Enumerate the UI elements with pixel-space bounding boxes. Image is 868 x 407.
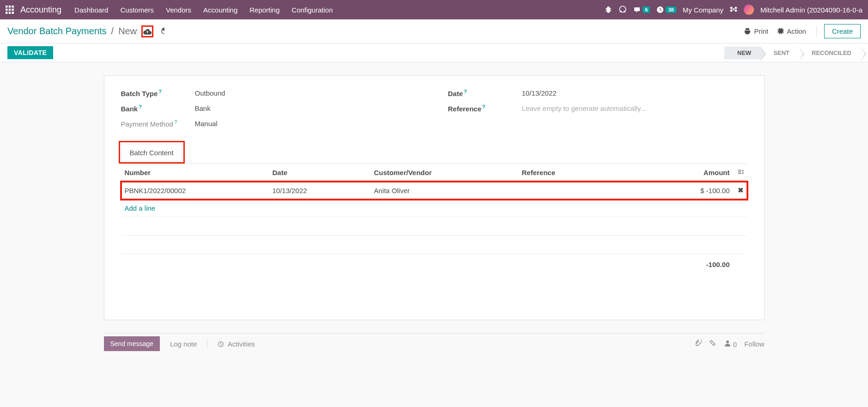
batch-content-table: Number Date Customer/Vendor Reference Am… bbox=[121, 164, 747, 275]
label-batch-type: Batch Type? bbox=[121, 89, 195, 97]
apps-icon[interactable] bbox=[6, 6, 14, 14]
followers-button[interactable]: 0 bbox=[724, 340, 737, 348]
svg-rect-6 bbox=[6, 12, 8, 14]
menu-accounting[interactable]: Accounting bbox=[203, 6, 237, 14]
th-number[interactable]: Number bbox=[121, 164, 269, 182]
menu-vendors[interactable]: Vendors bbox=[166, 6, 191, 14]
bug-icon[interactable] bbox=[605, 6, 612, 14]
svg-rect-5 bbox=[12, 9, 14, 11]
total-amount: -100.00 bbox=[669, 254, 734, 275]
status-steps: NEW SENT RECONCILED bbox=[724, 47, 861, 59]
user-menu[interactable]: Mitchell Admin (20204090-16-0-a bbox=[760, 6, 862, 14]
activities-button[interactable]: Activities bbox=[218, 340, 255, 348]
help-icon[interactable]: ? bbox=[174, 119, 177, 125]
cell-amount[interactable]: $ -100.00 bbox=[669, 182, 734, 200]
help-icon[interactable]: ? bbox=[158, 89, 162, 94]
th-amount[interactable]: Amount bbox=[669, 164, 734, 182]
menu-customers[interactable]: Customers bbox=[120, 6, 154, 14]
company-switcher[interactable]: My Company bbox=[683, 6, 723, 14]
input-reference[interactable] bbox=[522, 104, 670, 112]
total-row: -100.00 bbox=[121, 254, 747, 275]
validate-button[interactable]: VALIDATE bbox=[7, 46, 53, 59]
form-sheet: Batch Type? Outbound Bank? Bank Payment … bbox=[104, 75, 765, 320]
send-message-button[interactable]: Send message bbox=[104, 336, 160, 351]
settings-icon[interactable] bbox=[730, 6, 737, 14]
status-sent[interactable]: SENT bbox=[760, 47, 799, 59]
cell-ref[interactable] bbox=[518, 182, 669, 200]
breadcrumb: Vendor Batch Payments / New bbox=[7, 25, 170, 37]
navbar-right: 6 38 My Company Mitchell Admin (20204090… bbox=[605, 5, 862, 15]
svg-rect-7 bbox=[9, 12, 11, 14]
log-note-button[interactable]: Log note bbox=[170, 340, 197, 348]
add-a-line[interactable]: Add a line bbox=[125, 204, 156, 212]
control-bar: Vendor Batch Payments / New Print Action… bbox=[0, 19, 868, 43]
action-button[interactable]: Action bbox=[777, 27, 806, 35]
follow-section: 0 Follow bbox=[694, 340, 765, 348]
svg-rect-8 bbox=[12, 12, 14, 14]
tab-batch-content[interactable]: Batch Content bbox=[121, 144, 182, 162]
svg-rect-1 bbox=[9, 6, 11, 8]
th-date[interactable]: Date bbox=[269, 164, 370, 182]
value-payment-method[interactable]: Manual bbox=[195, 120, 218, 128]
th-ref[interactable]: Reference bbox=[518, 164, 669, 182]
breadcrumb-current: New bbox=[118, 26, 137, 36]
svg-rect-2 bbox=[12, 6, 14, 8]
attachment-icon-2[interactable] bbox=[709, 340, 716, 348]
print-button[interactable]: Print bbox=[744, 27, 768, 35]
cell-date[interactable]: 10/13/2022 bbox=[269, 182, 370, 200]
create-button[interactable]: Create bbox=[824, 24, 861, 38]
breadcrumb-root[interactable]: Vendor Batch Payments bbox=[7, 26, 107, 36]
attachment-icon[interactable] bbox=[694, 340, 702, 348]
menu-configuration[interactable]: Configuration bbox=[291, 6, 333, 14]
label-payment-method: Payment Method? bbox=[121, 119, 195, 128]
status-reconciled[interactable]: RECONCILED bbox=[799, 47, 861, 59]
main-menu: Dashboard Customers Vendors Accounting R… bbox=[74, 6, 605, 14]
help-icon[interactable]: ? bbox=[139, 104, 142, 109]
follow-button[interactable]: Follow bbox=[744, 340, 764, 348]
help-icon[interactable]: ? bbox=[482, 104, 486, 109]
svg-rect-3 bbox=[6, 9, 8, 11]
app-name[interactable]: Accounting bbox=[20, 5, 61, 15]
th-optional-cols[interactable] bbox=[734, 164, 747, 182]
th-cv[interactable]: Customer/Vendor bbox=[370, 164, 518, 182]
discard-icon[interactable] bbox=[158, 25, 170, 37]
table-row[interactable]: PBNK1/2022/00002 10/13/2022 Anita Oliver… bbox=[121, 182, 747, 200]
svg-point-12 bbox=[726, 340, 729, 343]
svg-rect-4 bbox=[9, 9, 11, 11]
table-row bbox=[121, 217, 747, 236]
messages-button[interactable]: 6 bbox=[633, 6, 650, 13]
chatter: Send message Log note Activities 0 Follo… bbox=[104, 333, 765, 351]
help-icon[interactable]: ? bbox=[464, 89, 467, 94]
status-bar: VALIDATE NEW SENT RECONCILED bbox=[0, 43, 868, 62]
menu-dashboard[interactable]: Dashboard bbox=[74, 6, 108, 14]
messages-badge: 6 bbox=[643, 6, 650, 13]
label-reference: Reference? bbox=[448, 104, 522, 113]
cell-cv[interactable]: Anita Oliver bbox=[370, 182, 518, 200]
save-cloud-icon[interactable] bbox=[141, 25, 153, 37]
value-bank[interactable]: Bank bbox=[195, 104, 211, 112]
label-bank: Bank? bbox=[121, 104, 195, 113]
main-navbar: Accounting Dashboard Customers Vendors A… bbox=[0, 0, 868, 19]
activities-button[interactable]: 38 bbox=[656, 6, 676, 13]
breadcrumb-sep: / bbox=[111, 26, 114, 36]
print-label: Print bbox=[754, 27, 768, 35]
value-batch-type[interactable]: Outbound bbox=[195, 89, 225, 97]
activities-badge: 38 bbox=[666, 6, 676, 13]
label-date: Date? bbox=[448, 89, 522, 97]
avatar[interactable] bbox=[744, 5, 754, 15]
menu-reporting[interactable]: Reporting bbox=[249, 6, 279, 14]
cell-number[interactable]: PBNK1/2022/00002 bbox=[121, 182, 269, 200]
svg-rect-0 bbox=[6, 6, 8, 8]
remove-row-icon[interactable]: ✖ bbox=[738, 186, 744, 194]
value-date[interactable]: 10/13/2022 bbox=[522, 89, 557, 97]
action-label: Action bbox=[787, 27, 806, 35]
table-row: Add a line bbox=[121, 200, 747, 217]
support-icon[interactable] bbox=[619, 5, 627, 15]
table-row bbox=[121, 236, 747, 254]
status-new[interactable]: NEW bbox=[724, 47, 760, 59]
